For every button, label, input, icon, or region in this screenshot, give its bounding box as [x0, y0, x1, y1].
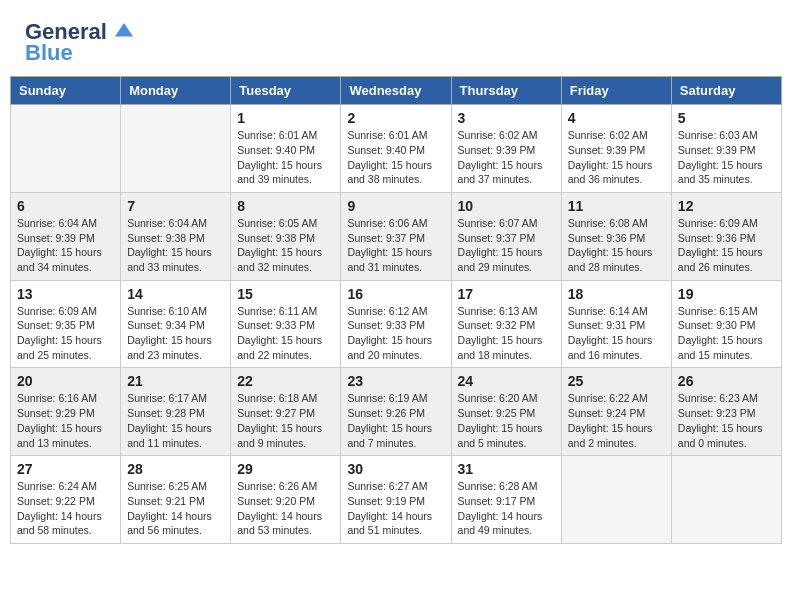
calendar-cell: 14Sunrise: 6:10 AMSunset: 9:34 PMDayligh… [121, 280, 231, 368]
calendar-cell: 19Sunrise: 6:15 AMSunset: 9:30 PMDayligh… [671, 280, 781, 368]
day-info: Sunrise: 6:24 AMSunset: 9:22 PMDaylight:… [17, 479, 114, 538]
day-info: Sunrise: 6:25 AMSunset: 9:21 PMDaylight:… [127, 479, 224, 538]
day-number: 14 [127, 286, 224, 302]
logo: General Blue [25, 20, 133, 66]
day-info: Sunrise: 6:09 AMSunset: 9:35 PMDaylight:… [17, 304, 114, 363]
calendar-cell: 17Sunrise: 6:13 AMSunset: 9:32 PMDayligh… [451, 280, 561, 368]
calendar-cell [671, 456, 781, 544]
calendar-cell: 4Sunrise: 6:02 AMSunset: 9:39 PMDaylight… [561, 105, 671, 193]
calendar-cell: 31Sunrise: 6:28 AMSunset: 9:17 PMDayligh… [451, 456, 561, 544]
calendar-cell: 28Sunrise: 6:25 AMSunset: 9:21 PMDayligh… [121, 456, 231, 544]
calendar-cell: 12Sunrise: 6:09 AMSunset: 9:36 PMDayligh… [671, 192, 781, 280]
calendar-cell: 7Sunrise: 6:04 AMSunset: 9:38 PMDaylight… [121, 192, 231, 280]
calendar-cell: 24Sunrise: 6:20 AMSunset: 9:25 PMDayligh… [451, 368, 561, 456]
day-info: Sunrise: 6:15 AMSunset: 9:30 PMDaylight:… [678, 304, 775, 363]
day-number: 28 [127, 461, 224, 477]
calendar-cell: 3Sunrise: 6:02 AMSunset: 9:39 PMDaylight… [451, 105, 561, 193]
svg-marker-0 [115, 23, 133, 37]
calendar-week-5: 27Sunrise: 6:24 AMSunset: 9:22 PMDayligh… [11, 456, 782, 544]
calendar-cell: 30Sunrise: 6:27 AMSunset: 9:19 PMDayligh… [341, 456, 451, 544]
day-number: 5 [678, 110, 775, 126]
day-info: Sunrise: 6:08 AMSunset: 9:36 PMDaylight:… [568, 216, 665, 275]
day-number: 18 [568, 286, 665, 302]
day-number: 17 [458, 286, 555, 302]
day-number: 24 [458, 373, 555, 389]
day-number: 9 [347, 198, 444, 214]
day-info: Sunrise: 6:17 AMSunset: 9:28 PMDaylight:… [127, 391, 224, 450]
calendar-cell: 16Sunrise: 6:12 AMSunset: 9:33 PMDayligh… [341, 280, 451, 368]
day-info: Sunrise: 6:23 AMSunset: 9:23 PMDaylight:… [678, 391, 775, 450]
calendar-cell: 15Sunrise: 6:11 AMSunset: 9:33 PMDayligh… [231, 280, 341, 368]
day-number: 2 [347, 110, 444, 126]
day-info: Sunrise: 6:02 AMSunset: 9:39 PMDaylight:… [458, 128, 555, 187]
day-info: Sunrise: 6:27 AMSunset: 9:19 PMDaylight:… [347, 479, 444, 538]
calendar-week-2: 6Sunrise: 6:04 AMSunset: 9:39 PMDaylight… [11, 192, 782, 280]
day-number: 13 [17, 286, 114, 302]
day-number: 27 [17, 461, 114, 477]
day-number: 6 [17, 198, 114, 214]
day-info: Sunrise: 6:13 AMSunset: 9:32 PMDaylight:… [458, 304, 555, 363]
day-info: Sunrise: 6:16 AMSunset: 9:29 PMDaylight:… [17, 391, 114, 450]
day-info: Sunrise: 6:07 AMSunset: 9:37 PMDaylight:… [458, 216, 555, 275]
logo-icon [115, 23, 133, 41]
day-number: 16 [347, 286, 444, 302]
day-number: 29 [237, 461, 334, 477]
day-info: Sunrise: 6:02 AMSunset: 9:39 PMDaylight:… [568, 128, 665, 187]
day-number: 23 [347, 373, 444, 389]
day-info: Sunrise: 6:11 AMSunset: 9:33 PMDaylight:… [237, 304, 334, 363]
calendar-cell: 8Sunrise: 6:05 AMSunset: 9:38 PMDaylight… [231, 192, 341, 280]
day-number: 11 [568, 198, 665, 214]
calendar-cell [561, 456, 671, 544]
day-number: 1 [237, 110, 334, 126]
day-info: Sunrise: 6:22 AMSunset: 9:24 PMDaylight:… [568, 391, 665, 450]
column-header-thursday: Thursday [451, 77, 561, 105]
day-info: Sunrise: 6:06 AMSunset: 9:37 PMDaylight:… [347, 216, 444, 275]
calendar-cell: 2Sunrise: 6:01 AMSunset: 9:40 PMDaylight… [341, 105, 451, 193]
day-number: 31 [458, 461, 555, 477]
day-number: 15 [237, 286, 334, 302]
calendar-cell: 1Sunrise: 6:01 AMSunset: 9:40 PMDaylight… [231, 105, 341, 193]
calendar-cell: 29Sunrise: 6:26 AMSunset: 9:20 PMDayligh… [231, 456, 341, 544]
day-info: Sunrise: 6:01 AMSunset: 9:40 PMDaylight:… [237, 128, 334, 187]
day-number: 30 [347, 461, 444, 477]
day-info: Sunrise: 6:28 AMSunset: 9:17 PMDaylight:… [458, 479, 555, 538]
day-info: Sunrise: 6:14 AMSunset: 9:31 PMDaylight:… [568, 304, 665, 363]
calendar-cell: 22Sunrise: 6:18 AMSunset: 9:27 PMDayligh… [231, 368, 341, 456]
column-header-saturday: Saturday [671, 77, 781, 105]
calendar-header-row: SundayMondayTuesdayWednesdayThursdayFrid… [11, 77, 782, 105]
day-number: 25 [568, 373, 665, 389]
day-number: 10 [458, 198, 555, 214]
calendar-cell: 21Sunrise: 6:17 AMSunset: 9:28 PMDayligh… [121, 368, 231, 456]
day-info: Sunrise: 6:05 AMSunset: 9:38 PMDaylight:… [237, 216, 334, 275]
calendar-cell: 26Sunrise: 6:23 AMSunset: 9:23 PMDayligh… [671, 368, 781, 456]
calendar-cell: 6Sunrise: 6:04 AMSunset: 9:39 PMDaylight… [11, 192, 121, 280]
column-header-tuesday: Tuesday [231, 77, 341, 105]
day-number: 22 [237, 373, 334, 389]
column-header-monday: Monday [121, 77, 231, 105]
day-info: Sunrise: 6:20 AMSunset: 9:25 PMDaylight:… [458, 391, 555, 450]
day-info: Sunrise: 6:18 AMSunset: 9:27 PMDaylight:… [237, 391, 334, 450]
calendar-week-3: 13Sunrise: 6:09 AMSunset: 9:35 PMDayligh… [11, 280, 782, 368]
page-header: General Blue [10, 10, 782, 71]
calendar-cell: 13Sunrise: 6:09 AMSunset: 9:35 PMDayligh… [11, 280, 121, 368]
calendar-cell: 18Sunrise: 6:14 AMSunset: 9:31 PMDayligh… [561, 280, 671, 368]
calendar-cell: 9Sunrise: 6:06 AMSunset: 9:37 PMDaylight… [341, 192, 451, 280]
day-info: Sunrise: 6:04 AMSunset: 9:38 PMDaylight:… [127, 216, 224, 275]
calendar-cell [121, 105, 231, 193]
calendar-cell: 10Sunrise: 6:07 AMSunset: 9:37 PMDayligh… [451, 192, 561, 280]
calendar-cell: 5Sunrise: 6:03 AMSunset: 9:39 PMDaylight… [671, 105, 781, 193]
day-number: 12 [678, 198, 775, 214]
calendar-cell: 25Sunrise: 6:22 AMSunset: 9:24 PMDayligh… [561, 368, 671, 456]
day-info: Sunrise: 6:04 AMSunset: 9:39 PMDaylight:… [17, 216, 114, 275]
column-header-sunday: Sunday [11, 77, 121, 105]
calendar-week-1: 1Sunrise: 6:01 AMSunset: 9:40 PMDaylight… [11, 105, 782, 193]
column-header-friday: Friday [561, 77, 671, 105]
column-header-wednesday: Wednesday [341, 77, 451, 105]
day-info: Sunrise: 6:26 AMSunset: 9:20 PMDaylight:… [237, 479, 334, 538]
day-info: Sunrise: 6:19 AMSunset: 9:26 PMDaylight:… [347, 391, 444, 450]
day-info: Sunrise: 6:03 AMSunset: 9:39 PMDaylight:… [678, 128, 775, 187]
calendar-week-4: 20Sunrise: 6:16 AMSunset: 9:29 PMDayligh… [11, 368, 782, 456]
calendar-cell: 27Sunrise: 6:24 AMSunset: 9:22 PMDayligh… [11, 456, 121, 544]
day-number: 20 [17, 373, 114, 389]
day-number: 7 [127, 198, 224, 214]
